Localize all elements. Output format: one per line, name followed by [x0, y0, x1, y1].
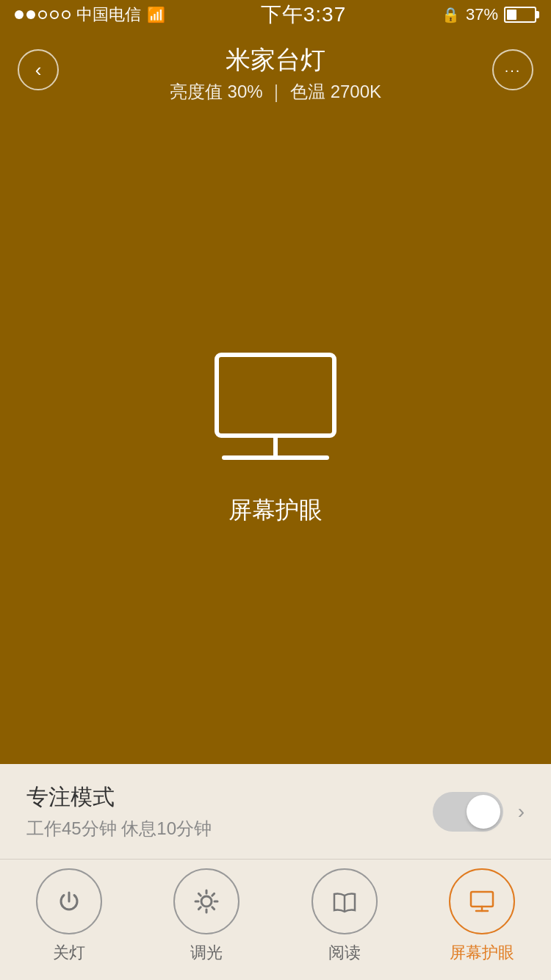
focus-mode-controls: › [433, 792, 525, 832]
svg-line-8 [199, 893, 201, 896]
read-icon-circle [311, 868, 378, 934]
dot-4 [50, 10, 59, 19]
page-subtitle: 亮度值 30% ｜ 色温 2700K [170, 80, 381, 104]
screen-icon-circle [449, 868, 515, 934]
tab-read-label: 阅读 [328, 942, 361, 964]
svg-line-11 [199, 907, 201, 909]
tab-screen[interactable]: 屏幕护眼 [423, 868, 541, 964]
read-icon [331, 888, 358, 915]
focus-mode-desc: 工作45分钟 休息10分钟 [26, 817, 212, 840]
monitor-icon [202, 347, 349, 472]
signal-dots [15, 10, 71, 19]
page-title: 米家台灯 [226, 43, 325, 77]
battery-percent: 37% [466, 5, 498, 24]
bottom-panel: 专注模式 工作45分钟 休息10分钟 › 关灯 [0, 764, 551, 980]
carrier-name: 中国电信 [76, 4, 141, 26]
screen-icon [469, 888, 495, 915]
dot-1 [15, 10, 24, 19]
tab-power-label: 关灯 [53, 942, 85, 964]
chevron-right-icon: › [518, 800, 525, 824]
battery-bar [504, 7, 536, 23]
header: ‹ 米家台灯 亮度值 30% ｜ 色温 2700K ··· [0, 29, 551, 110]
svg-point-3 [201, 896, 212, 907]
tab-dimmer-label: 调光 [190, 942, 223, 964]
back-button[interactable]: ‹ [18, 49, 59, 90]
mode-label: 屏幕护眼 [228, 494, 323, 527]
dimmer-icon [193, 888, 220, 915]
more-button[interactable]: ··· [492, 49, 533, 90]
dot-5 [62, 10, 71, 19]
svg-line-10 [212, 893, 215, 896]
power-icon [56, 888, 82, 915]
focus-mode-toggle[interactable] [433, 792, 503, 832]
status-time: 下午3:37 [261, 1, 347, 29]
wifi-icon: 📶 [147, 6, 165, 24]
svg-rect-0 [217, 355, 334, 436]
toggle-knob [467, 795, 500, 829]
tab-read[interactable]: 阅读 [286, 868, 403, 964]
focus-mode-text: 专注模式 工作45分钟 休息10分钟 [26, 782, 212, 840]
status-bar: 中国电信 📶 下午3:37 🔒 37% [0, 0, 551, 29]
tab-screen-label: 屏幕护眼 [450, 942, 514, 964]
focus-mode-title: 专注模式 [26, 782, 212, 813]
status-left: 中国电信 📶 [15, 4, 165, 26]
icon-area: 屏幕护眼 [0, 110, 551, 764]
focus-mode-row[interactable]: 专注模式 工作45分钟 休息10分钟 › [0, 764, 551, 860]
power-icon-circle [36, 868, 102, 934]
dot-3 [38, 10, 47, 19]
tab-dimmer[interactable]: 调光 [148, 868, 265, 964]
main-area: ‹ 米家台灯 亮度值 30% ｜ 色温 2700K ··· 屏幕护眼 [0, 29, 551, 764]
tab-power[interactable]: 关灯 [10, 868, 128, 964]
svg-rect-13 [471, 892, 493, 907]
battery-fill [507, 10, 516, 20]
lock-icon: 🔒 [442, 6, 460, 24]
dot-2 [26, 10, 35, 19]
tab-bar: 关灯 调光 [0, 860, 551, 980]
status-right: 🔒 37% [442, 5, 536, 24]
dimmer-icon-circle [173, 868, 240, 934]
svg-line-9 [212, 907, 215, 909]
